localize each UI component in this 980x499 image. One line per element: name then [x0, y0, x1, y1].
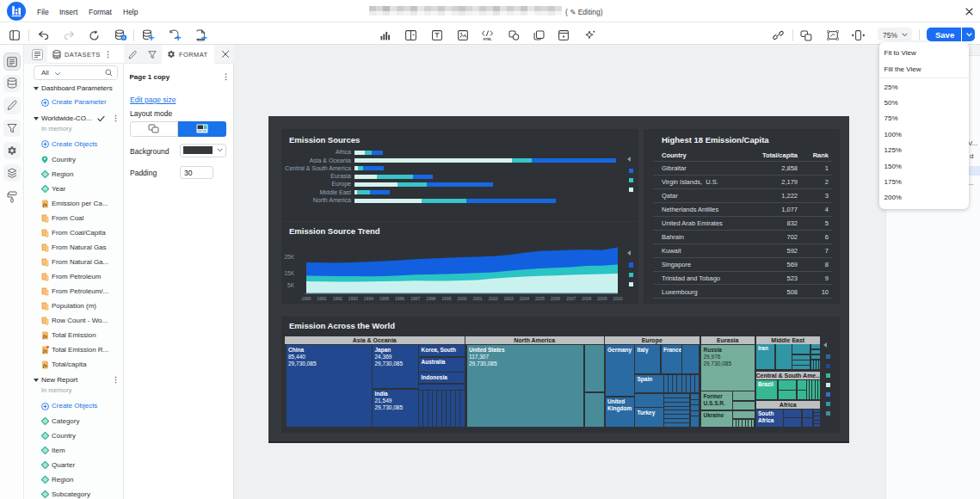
svg-text:fx: fx	[43, 333, 47, 338]
svg-text:fx: fx	[43, 348, 47, 353]
svg-text:fx: fx	[43, 363, 47, 368]
svg-text:fx: fx	[43, 201, 47, 206]
svg-text:HTML: HTML	[484, 38, 493, 41]
